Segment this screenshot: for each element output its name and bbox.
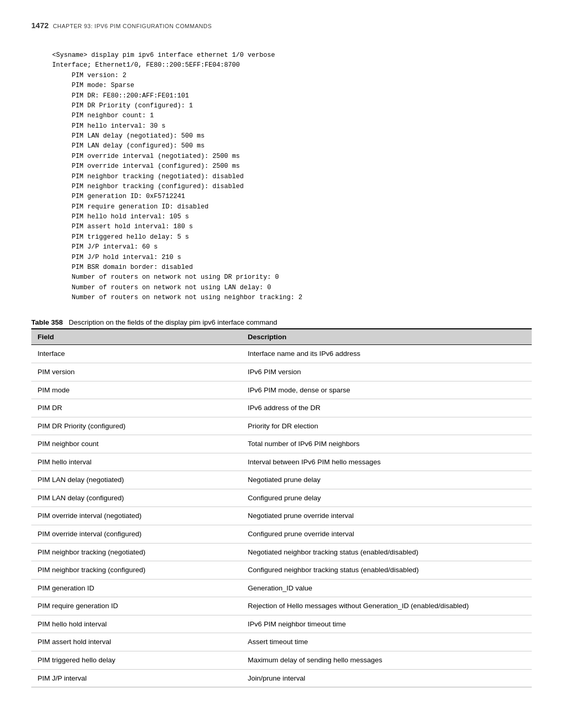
field-cell: PIM neighbor tracking (configured): [31, 561, 241, 579]
field-cell: PIM override interval (negotiated): [31, 507, 241, 525]
description-cell: Interval between IPv6 PIM hello messages: [241, 453, 532, 471]
field-cell: PIM neighbor tracking (negotiated): [31, 543, 241, 561]
description-cell: Interface name and its IPv6 address: [241, 345, 532, 363]
description-cell: Join/prune interval: [241, 669, 532, 687]
field-cell: Interface: [31, 345, 241, 363]
table-row: PIM hello interval Interval between IPv6…: [31, 453, 532, 471]
description-cell: IPv6 PIM mode, dense or sparse: [241, 381, 532, 399]
field-cell: PIM generation ID: [31, 579, 241, 597]
description-cell: Generation_ID value: [241, 579, 532, 597]
description-cell: Maximum delay of sending hello messages: [241, 651, 532, 669]
description-cell: Priority for DR election: [241, 417, 532, 435]
description-cell: Total number of IPv6 PIM neighbors: [241, 435, 532, 453]
field-cell: PIM require generation ID: [31, 597, 241, 615]
description-cell: Assert timeout time: [241, 633, 532, 651]
description-cell: Configured prune override interval: [241, 525, 532, 544]
table-caption: Table 358 Description on the fields of t…: [31, 318, 532, 326]
column-field: Field: [31, 329, 241, 345]
description-cell: Configured prune delay: [241, 489, 532, 507]
description-cell: IPv6 PIM version: [241, 363, 532, 381]
table-row: PIM DR IPv6 address of the DR: [31, 399, 532, 417]
field-cell: PIM DR Priority (configured): [31, 417, 241, 435]
table-row: PIM LAN delay (configured) Configured pr…: [31, 489, 532, 507]
table-row: PIM require generation ID Rejection of H…: [31, 597, 532, 615]
field-cell: PIM override interval (configured): [31, 525, 241, 544]
chapter-title: Chapter 93: IPv6 PIM Configuration Comma…: [53, 23, 212, 29]
field-cell: PIM triggered hello delay: [31, 651, 241, 669]
description-cell: Negotiated neighbor tracking status (ena…: [241, 543, 532, 561]
description-cell: IPv6 PIM neighbor timeout time: [241, 615, 532, 633]
field-cell: PIM hello hold interval: [31, 615, 241, 633]
table-row: PIM neighbor tracking (configured) Confi…: [31, 561, 532, 579]
field-cell: PIM version: [31, 363, 241, 381]
field-cell: PIM assert hold interval: [31, 633, 241, 651]
table-row: PIM version IPv6 PIM version: [31, 363, 532, 381]
field-cell: PIM neighbor count: [31, 435, 241, 453]
table-header-row: Field Description: [31, 329, 532, 345]
table-row: PIM override interval (negotiated) Negot…: [31, 507, 532, 525]
table-row: PIM neighbor tracking (negotiated) Negot…: [31, 543, 532, 561]
table-row: PIM neighbor count Total number of IPv6 …: [31, 435, 532, 453]
description-cell: IPv6 address of the DR: [241, 399, 532, 417]
description-cell: Negotiated prune delay: [241, 471, 532, 489]
page-header: 1472 Chapter 93: IPv6 PIM Configuration …: [31, 21, 532, 30]
column-description: Description: [241, 329, 532, 345]
table-row: Interface Interface name and its IPv6 ad…: [31, 345, 532, 363]
field-cell: PIM LAN delay (configured): [31, 489, 241, 507]
fields-table: Field Description Interface Interface na…: [31, 328, 532, 687]
table-row: PIM mode IPv6 PIM mode, dense or sparse: [31, 381, 532, 399]
field-cell: PIM mode: [31, 381, 241, 399]
field-cell: PIM J/P interval: [31, 669, 241, 687]
field-cell: PIM hello interval: [31, 453, 241, 471]
table-row: PIM override interval (configured) Confi…: [31, 525, 532, 544]
table-row: PIM LAN delay (negotiated) Negotiated pr…: [31, 471, 532, 489]
description-cell: Negotiated prune override interval: [241, 507, 532, 525]
page-number: 1472: [31, 21, 48, 30]
description-cell: Configured neighbor tracking status (ena…: [241, 561, 532, 579]
table-row: PIM J/P interval Join/prune interval: [31, 669, 532, 687]
table-row: PIM DR Priority (configured) Priority fo…: [31, 417, 532, 435]
table-caption-number: Table 358: [31, 318, 63, 326]
table-row: PIM hello hold interval IPv6 PIM neighbo…: [31, 615, 532, 633]
code-block: <Sysname> display pim ipv6 interface eth…: [42, 45, 532, 308]
table-row: PIM generation ID Generation_ID value: [31, 579, 532, 597]
field-cell: PIM DR: [31, 399, 241, 417]
field-cell: PIM LAN delay (negotiated): [31, 471, 241, 489]
description-cell: Rejection of Hello messages without Gene…: [241, 597, 532, 615]
table-caption-text: Description on the fields of the display…: [69, 318, 277, 326]
table-row: PIM triggered hello delay Maximum delay …: [31, 651, 532, 669]
table-row: PIM assert hold interval Assert timeout …: [31, 633, 532, 651]
